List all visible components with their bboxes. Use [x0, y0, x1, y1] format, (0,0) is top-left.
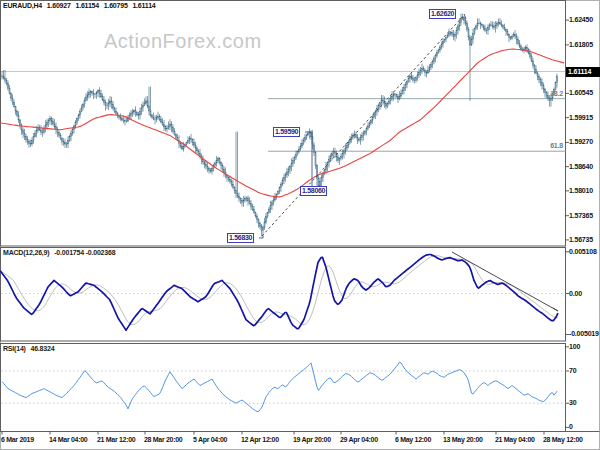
chart-window: ActionForex.com EURAUD,H4 1.60927 1.6115…	[0, 0, 600, 450]
macd-pane[interactable]	[0, 247, 566, 341]
rsi-pane[interactable]	[0, 343, 566, 431]
price-axis[interactable]	[566, 0, 600, 431]
main-chart-pane[interactable]	[0, 0, 566, 246]
time-axis[interactable]	[0, 432, 600, 450]
